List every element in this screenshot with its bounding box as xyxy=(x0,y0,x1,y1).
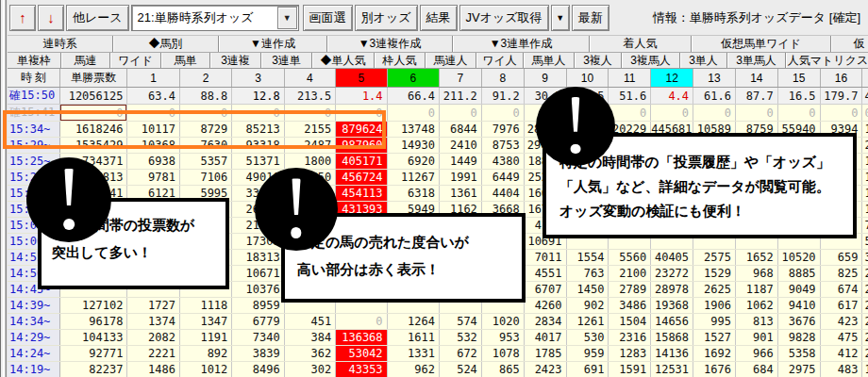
table-row[interactable]: 14:24~9277122218923839362530421331672107… xyxy=(8,346,868,362)
jv-fetch-menu-button[interactable]: ▼ xyxy=(551,5,570,31)
odds-cell: 1529 xyxy=(693,266,736,282)
up-arrow-button[interactable]: ↑ xyxy=(9,5,36,31)
odds-cell: 6449 xyxy=(481,170,524,186)
tab-▼連作成[interactable]: ▼連作成 xyxy=(219,36,327,52)
odds-cell: 2789 xyxy=(609,282,651,298)
up-arrow-icon: ↑ xyxy=(19,9,26,25)
table-header-row: 時 刻単勝票数12345678910111213141516 xyxy=(8,69,868,88)
odds-cell: 0 xyxy=(481,105,524,122)
odds-cell: 2423 xyxy=(524,362,566,377)
down-arrow-button[interactable]: ↓ xyxy=(38,5,64,31)
odds-cell: 179.7 xyxy=(820,88,862,105)
horse-column-header-8: 8 xyxy=(481,69,524,88)
odds-cell: 2316 xyxy=(609,330,651,346)
latest-button[interactable]: 最新 xyxy=(572,5,609,31)
odds-cell: 3486 xyxy=(609,298,651,314)
odds-cell: 1374 xyxy=(127,314,179,330)
tab-馬連[interactable]: 馬連 xyxy=(61,53,110,68)
tab-ワイド[interactable]: ワイド xyxy=(110,53,161,68)
alt-odds-button[interactable]: 別オッズ xyxy=(355,5,418,31)
other-race-button[interactable]: 他レース xyxy=(66,5,129,31)
tab-▼3連複作成[interactable]: ▼3連複作成 xyxy=(327,36,453,52)
tab-3単人[interactable]: 3単人 xyxy=(680,53,727,68)
odds-cell: 684 xyxy=(735,362,777,377)
tab-馬単[interactable]: 馬単 xyxy=(161,53,210,68)
votes-cell: 96178 xyxy=(59,314,127,330)
tab-馬単人[interactable]: 馬単人 xyxy=(524,53,575,68)
odds-cell: 9410 xyxy=(777,298,820,314)
table-row[interactable]: 14:29~1041332082119173403841363681611532… xyxy=(8,330,868,346)
horse-column-header-9: 9 xyxy=(524,69,566,88)
tab-3複馬人[interactable]: 3複馬人 xyxy=(622,53,680,68)
screen-select-button[interactable]: 画面選 xyxy=(303,5,353,31)
odds-cell: 892 xyxy=(179,346,231,362)
tab-3単馬人[interactable]: 3単馬人 xyxy=(727,53,786,68)
tab-連時系[interactable]: 連時系 xyxy=(8,36,113,52)
odds-cell: 51371 xyxy=(232,154,284,170)
odds-cell: 43353 xyxy=(336,362,387,377)
odds-cell: 617 xyxy=(820,298,862,314)
result-button[interactable]: 結果 xyxy=(420,5,458,31)
tab-3連複[interactable]: 3連複 xyxy=(210,53,261,68)
odds-cell: 51.6 xyxy=(609,88,651,105)
odds-cell: 524 xyxy=(440,362,482,377)
horse-column-header-7: 7 xyxy=(440,69,482,88)
odds-cell: 5358 xyxy=(777,346,820,362)
odds-cell: 6318 xyxy=(387,186,439,202)
odds-cell: 4551 xyxy=(524,266,566,282)
odds-cell: 4 xyxy=(862,88,868,105)
tab-仮想馬単ワイド[interactable]: 仮想馬単ワイド xyxy=(692,36,831,52)
odds-cell: 3676 xyxy=(777,314,820,330)
odds-cell: 2575 xyxy=(693,250,736,266)
tab-単複枠[interactable]: 単複枠 xyxy=(8,53,61,68)
jv-odds-fetch-button[interactable]: JVオッズ取得 xyxy=(459,5,549,31)
table-row[interactable]: 確15:501205612563.488.812.8213.51.466.421… xyxy=(8,88,868,105)
chevron-down-icon[interactable]: ▼ xyxy=(277,7,297,29)
odds-cell: 6938 xyxy=(127,154,179,170)
tab-仮[interactable]: 仮 xyxy=(831,36,868,52)
tab-人気マトリクス[interactable]: 人気マトリクス xyxy=(786,53,868,68)
votes-cell: 104133 xyxy=(59,330,127,346)
odds-cell: 968 xyxy=(735,266,777,282)
odds-cell: 1554 xyxy=(566,250,609,266)
tab-ワイ人[interactable]: ワイ人 xyxy=(476,53,524,68)
tab-▼3連単作成[interactable]: ▼3連単作成 xyxy=(453,36,590,52)
odds-cell: 15 xyxy=(862,122,868,138)
odds-cell: 87.7 xyxy=(735,88,777,105)
tab-3連単[interactable]: 3連単 xyxy=(261,53,312,68)
odds-cell: 674 xyxy=(820,282,862,298)
odds-cell: 5560 xyxy=(609,250,651,266)
odds-cell: 1486 xyxy=(127,362,179,377)
votes-cell: 92771 xyxy=(59,346,127,362)
tab-◆単人気[interactable]: ◆単人気 xyxy=(312,53,375,68)
table-row[interactable]: 14:19~8223714861012849630243353962524865… xyxy=(8,362,868,377)
odds-cell: 0 xyxy=(387,105,439,122)
odds-cell: 2 xyxy=(862,346,868,362)
tab-◆馬別[interactable]: ◆馬別 xyxy=(113,36,219,52)
table-row[interactable]: 14:34~9617813741347677945101264574102028… xyxy=(8,314,868,330)
horse-column-header-2: 2 xyxy=(179,69,231,88)
tab-馬連人[interactable]: 馬連人 xyxy=(426,53,476,68)
odds-cell: 0 xyxy=(862,105,868,122)
odds-cell: 953 xyxy=(481,330,524,346)
odds-cell: 4260 xyxy=(524,298,566,314)
odds-cell: 4017 xyxy=(524,330,566,346)
odds-cell: 6844 xyxy=(440,122,482,138)
time-column-header: 時 刻 xyxy=(8,69,59,88)
odds-cell: 8959 xyxy=(232,298,284,314)
horse-column-header-12: 12 xyxy=(651,69,693,88)
horse-column-header-15: 15 xyxy=(777,69,820,88)
odds-cell: 18313 xyxy=(232,250,284,266)
odds-cell: 63.4 xyxy=(127,88,179,105)
tab-3複人[interactable]: 3複人 xyxy=(575,53,622,68)
odds-cell: 7340 xyxy=(232,330,284,346)
odds-cell: 14930 xyxy=(387,138,439,154)
tab-着人気[interactable]: 着人気 xyxy=(590,36,692,52)
callout-line: 特定の馬の売れた度合いが xyxy=(297,228,522,255)
view-select-dropdown[interactable]: 21:単勝時系列オッズ ▼ xyxy=(131,5,299,31)
exclamation-icon xyxy=(536,87,615,166)
odds-cell: 2 xyxy=(862,330,868,346)
odds-cell: 6779 xyxy=(232,314,284,330)
tab-枠人気[interactable]: 枠人気 xyxy=(375,53,426,68)
odds-cell: 3839 xyxy=(232,346,284,362)
